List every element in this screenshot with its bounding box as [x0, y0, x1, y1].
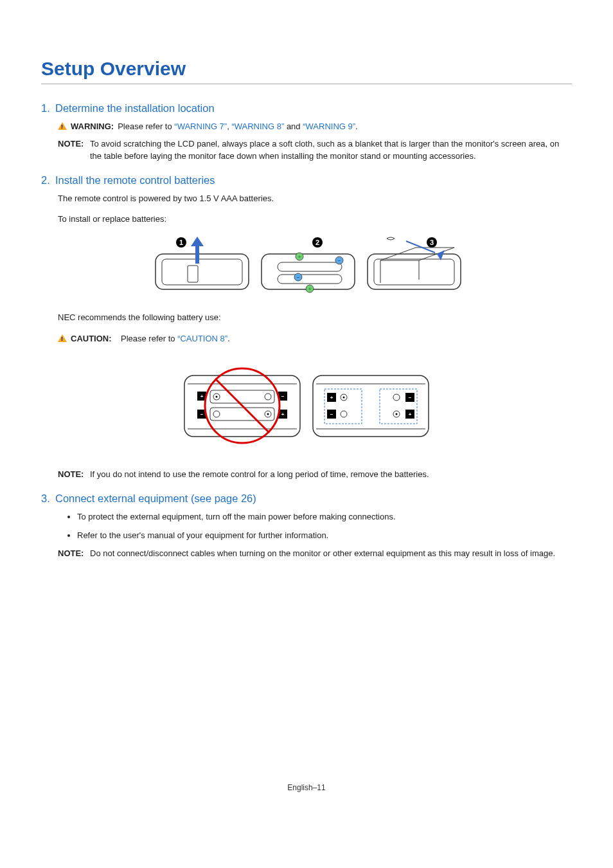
svg-marker-6: [191, 237, 204, 246]
note-label: NOTE:: [58, 138, 90, 150]
warning-icon: [58, 122, 67, 130]
section-2-note: NOTE: If you do not intend to use the re…: [58, 469, 572, 481]
caution-text: Please refer to “CAUTION 8”.: [121, 333, 230, 345]
svg-rect-11: [278, 275, 342, 284]
svg-text:+: +: [330, 394, 333, 400]
section-1-note: NOTE: To avoid scratching the LCD panel,…: [58, 138, 572, 163]
note-text-3: Do not connect/disconnect cables when tu…: [90, 548, 555, 560]
warning-8-link[interactable]: “WARNING 8”: [231, 122, 284, 131]
section-2-rec: NEC recommends the following battery use…: [58, 312, 572, 324]
section-2-caution: CAUTION: Please refer to “CAUTION 8”.: [58, 333, 572, 345]
caution-icon: [58, 334, 67, 342]
svg-text:3: 3: [430, 239, 434, 246]
section-2-number: 2.: [41, 174, 55, 186]
section-1-title: Determine the installation location: [55, 102, 215, 114]
section-1-warning: WARNING: Please refer to “WARNING 7”, “W…: [58, 121, 572, 133]
svg-text:−: −: [281, 393, 285, 399]
svg-text:+: +: [409, 411, 412, 417]
svg-text:2: 2: [315, 239, 319, 246]
section-2-p1: The remote control is powered by two 1.5…: [58, 193, 572, 205]
section-1-heading: 1. Determine the installation location: [41, 102, 572, 114]
section-2-heading: 2. Install the remote control batteries: [41, 174, 572, 186]
note-text-2: If you do not intend to use the remote c…: [90, 469, 429, 481]
svg-text:−: −: [297, 275, 300, 280]
svg-text:−: −: [330, 411, 333, 417]
svg-point-41: [265, 393, 271, 400]
svg-rect-3: [162, 259, 242, 285]
svg-text:−: −: [338, 258, 341, 264]
section-2-title: Install the remote control batteries: [55, 174, 215, 186]
caution-label: CAUTION:: [71, 333, 121, 345]
svg-text:+: +: [298, 254, 301, 260]
battery-polarity-diagram: + − − + + − −: [41, 353, 572, 456]
svg-point-65: [396, 413, 398, 415]
svg-point-62: [393, 394, 400, 401]
note-text: To avoid scratching the LCD panel, alway…: [90, 138, 572, 163]
svg-point-63: [341, 411, 347, 417]
svg-rect-47: [313, 375, 429, 437]
note-label-2: NOTE:: [58, 469, 90, 481]
svg-point-61: [343, 396, 345, 398]
svg-text:+: +: [200, 393, 204, 399]
svg-text:+: +: [281, 411, 285, 417]
svg-rect-23: [374, 259, 454, 285]
svg-text:−: −: [409, 394, 412, 400]
warning-label: WARNING:: [71, 121, 114, 133]
caution-8-link[interactable]: “CAUTION 8”: [177, 334, 227, 343]
svg-rect-4: [188, 266, 198, 282]
battery-install-diagram: 1 2 + − + − 3: [41, 235, 572, 299]
svg-point-44: [267, 413, 269, 415]
warning-7-link[interactable]: “WARNING 7”: [174, 122, 227, 131]
section-3-number: 3.: [41, 493, 55, 505]
section-2-p2: To install or replace batteries:: [58, 213, 572, 226]
warning-9-link[interactable]: “WARNING 9”: [303, 122, 355, 131]
section-3-note: NOTE: Do not connect/disconnect cables w…: [58, 548, 572, 560]
svg-text:1: 1: [179, 239, 183, 246]
svg-point-40: [216, 395, 218, 397]
svg-rect-5: [195, 244, 199, 264]
section-1-number: 1.: [41, 102, 55, 114]
section-3-title: Connect external equipment (see page 26): [55, 493, 256, 505]
svg-text:−: −: [200, 411, 204, 417]
page-footer: English–11: [0, 783, 613, 792]
warning-text: Please refer to “WARNING 7”, “WARNING 8”…: [118, 121, 358, 133]
svg-rect-10: [278, 262, 342, 271]
section-3-heading: 3. Connect external equipment (see page …: [41, 493, 572, 505]
page-title: Setup Overview: [41, 58, 572, 84]
section-3-b2: Refer to the user's manual of your equip…: [77, 530, 572, 542]
note-label-3: NOTE:: [58, 548, 90, 560]
svg-text:+: +: [308, 286, 312, 292]
section-3-b1: To protect the external equipment, turn …: [77, 511, 572, 523]
svg-point-42: [213, 411, 220, 417]
section-3-bullets: To protect the external equipment, turn …: [66, 511, 572, 542]
